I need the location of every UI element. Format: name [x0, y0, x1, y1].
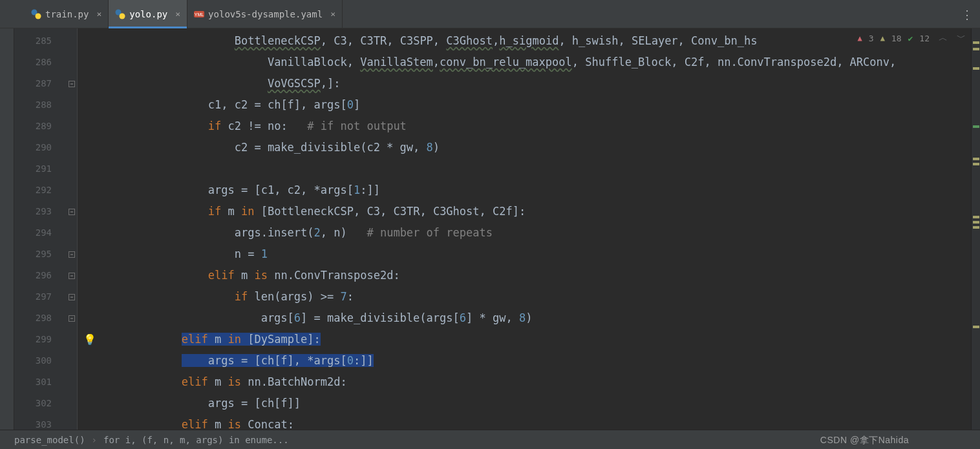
- code-line[interactable]: VoVGSCSP,]:: [102, 73, 971, 94]
- fold-mark[interactable]: [66, 308, 77, 329]
- code-line[interactable]: elif m is nn.BatchNorm2d:: [102, 371, 971, 393]
- code-line[interactable]: n = 1: [102, 244, 971, 265]
- gutter-cell: [78, 180, 102, 201]
- warning-icon: ▲: [880, 34, 885, 43]
- gutter-cell: [78, 116, 102, 137]
- tool-window-stripe: [0, 28, 14, 430]
- line-number: 300: [14, 350, 66, 371]
- line-number: 291: [14, 158, 66, 180]
- svg-point-3: [120, 13, 125, 19]
- tab-train-py[interactable]: train.py ×: [25, 0, 109, 28]
- fold-mark[interactable]: [66, 286, 77, 308]
- line-number: 287: [14, 73, 66, 94]
- error-count: 3: [869, 34, 874, 43]
- fold-mark[interactable]: [66, 393, 77, 414]
- fold-mark[interactable]: [66, 180, 77, 201]
- code-line[interactable]: args = [ch[f], *args[0:]]: [102, 350, 971, 371]
- line-number-gutter[interactable]: 2852862872882892902912922932942952962972…: [14, 28, 66, 430]
- fold-gutter[interactable]: [66, 28, 78, 430]
- python-file-icon: [31, 9, 41, 19]
- next-highlight-icon[interactable]: ﹀: [957, 32, 966, 44]
- error-stripe[interactable]: [971, 28, 980, 430]
- fold-mark[interactable]: [66, 116, 77, 137]
- fold-mark[interactable]: [66, 201, 77, 222]
- close-icon[interactable]: ×: [330, 9, 336, 19]
- line-number: 286: [14, 52, 66, 73]
- gutter-cell: [78, 201, 102, 222]
- tab-yolo-py[interactable]: yolo.py ×: [109, 0, 187, 28]
- gutter-cell: [78, 265, 102, 286]
- fold-mark[interactable]: [66, 30, 77, 52]
- intention-bulb-icon[interactable]: 💡: [83, 333, 96, 346]
- gutter-cell: [78, 52, 102, 73]
- code-editor[interactable]: ▲3 ▲18 ✔12 ︿ ﹀ 2852862872882892902912922…: [14, 28, 980, 430]
- fold-mark[interactable]: [66, 73, 77, 94]
- line-number: 303: [14, 414, 66, 430]
- code-line[interactable]: if len(args) >= 7:: [102, 286, 971, 308]
- fold-mark[interactable]: [66, 94, 77, 116]
- tab-label: yolo.py: [129, 9, 167, 19]
- svg-point-1: [36, 13, 41, 19]
- fold-mark[interactable]: [66, 329, 77, 350]
- prev-highlight-icon[interactable]: ︿: [939, 32, 948, 44]
- line-number: 295: [14, 244, 66, 265]
- line-number: 299: [14, 329, 66, 350]
- line-number: 297: [14, 286, 66, 308]
- line-number: 294: [14, 222, 66, 244]
- code-line[interactable]: c2 = make_divisible(c2 * gw, 8): [102, 137, 971, 158]
- fold-mark[interactable]: [66, 137, 77, 158]
- code-line[interactable]: args.insert(2, n) # number of repeats: [102, 222, 971, 244]
- svg-text:YML: YML: [195, 12, 204, 17]
- code-line[interactable]: elif m is Concat:: [102, 414, 971, 430]
- fold-mark[interactable]: [66, 244, 77, 265]
- intention-gutter: 💡: [78, 28, 102, 430]
- code-line[interactable]: args[6] = make_divisible(args[6] * gw, 8…: [102, 308, 971, 329]
- fold-mark[interactable]: [66, 371, 77, 393]
- code-line[interactable]: c1, c2 = ch[f], args[0]: [102, 94, 971, 116]
- breadcrumb-item[interactable]: for i, (f, n, m, args) in enume...: [103, 435, 289, 445]
- gutter-cell: [78, 137, 102, 158]
- tabs-more-icon[interactable]: ⋮: [961, 7, 974, 21]
- line-number: 290: [14, 137, 66, 158]
- check-icon: ✔: [908, 34, 913, 43]
- tab-label: train.py: [45, 9, 89, 19]
- close-icon[interactable]: ×: [175, 9, 180, 19]
- fold-mark[interactable]: [66, 350, 77, 371]
- gutter-cell: [78, 308, 102, 329]
- code-line[interactable]: [102, 158, 971, 180]
- breadcrumb-separator: ›: [92, 435, 97, 445]
- gutter-cell: [78, 371, 102, 393]
- fold-mark[interactable]: [66, 414, 77, 430]
- code-line[interactable]: elif m in [DySample]:: [102, 329, 971, 350]
- code-line[interactable]: if c2 != no: # if not output: [102, 116, 971, 137]
- code-line[interactable]: VanillaBlock, VanillaStem,conv_bn_relu_m…: [102, 52, 971, 73]
- fold-mark[interactable]: [66, 158, 77, 180]
- code-line[interactable]: BottleneckCSP, C3, C3TR, C3SPP, C3Ghost,…: [102, 30, 971, 52]
- fold-mark[interactable]: [66, 265, 77, 286]
- gutter-cell: 💡: [78, 329, 102, 350]
- gutter-cell: [78, 73, 102, 94]
- warning-count: 18: [891, 34, 902, 43]
- inspections-widget[interactable]: ▲3 ▲18 ✔12 ︿ ﹀: [858, 32, 966, 44]
- line-number: 292: [14, 180, 66, 201]
- gutter-cell: [78, 222, 102, 244]
- breadcrumb-item[interactable]: parse_model(): [14, 435, 85, 445]
- tab-label: yolov5s-dysample.yaml: [208, 9, 323, 19]
- close-icon[interactable]: ×: [96, 9, 101, 19]
- line-number: 302: [14, 393, 66, 414]
- line-number: 298: [14, 308, 66, 329]
- code-line[interactable]: elif m is nn.ConvTranspose2d:: [102, 265, 971, 286]
- gutter-cell: [78, 414, 102, 430]
- yaml-file-icon: YML: [194, 9, 204, 19]
- fold-mark[interactable]: [66, 52, 77, 73]
- tab-yaml[interactable]: YML yolov5s-dysample.yaml ×: [187, 0, 343, 28]
- code-line[interactable]: args = [ch[f]]: [102, 393, 971, 414]
- line-number: 296: [14, 265, 66, 286]
- breadcrumbs[interactable]: parse_model() › for i, (f, n, m, args) i…: [0, 430, 980, 449]
- fold-mark[interactable]: [66, 222, 77, 244]
- code-area[interactable]: BottleneckCSP, C3, C3TR, C3SPP, C3Ghost,…: [102, 28, 971, 430]
- code-line[interactable]: if m in [BottleneckCSP, C3, C3TR, C3Ghos…: [102, 201, 971, 222]
- line-number: 301: [14, 371, 66, 393]
- code-line[interactable]: args = [c1, c2, *args[1:]]: [102, 180, 971, 201]
- ok-count: 12: [919, 34, 930, 43]
